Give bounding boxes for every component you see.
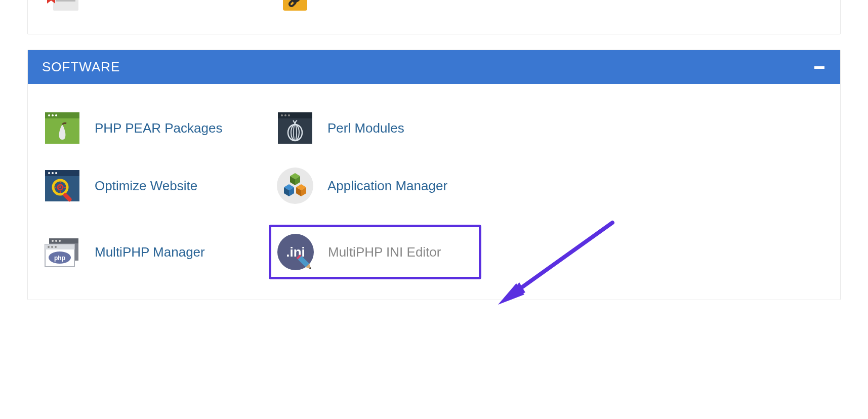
application-manager-item[interactable]: Application Manager — [275, 167, 508, 204]
svg-point-22 — [284, 114, 286, 116]
svg-point-54 — [55, 240, 57, 242]
pear-icon — [42, 109, 82, 147]
svg-point-30 — [52, 172, 54, 174]
php-pear-packages-item[interactable]: PHP PEAR Packages — [42, 109, 275, 147]
svg-point-31 — [55, 172, 57, 174]
svg-rect-28 — [45, 170, 79, 176]
svg-point-16 — [48, 114, 50, 116]
annotation-highlight-box: .ini MultiPHP INI Editor — [269, 225, 481, 279]
perl-modules-link[interactable]: Perl Modules — [327, 120, 404, 136]
hotlink-protection-link[interactable]: Hotlink Protection — [327, 0, 431, 3]
svg-point-35 — [59, 186, 61, 188]
hotlink-protection-item[interactable]: Hotlink Protection — [275, 0, 508, 14]
svg-point-29 — [48, 172, 50, 174]
svg-text:php: php — [54, 255, 65, 262]
application-manager-cubes-icon — [275, 167, 315, 204]
ssl-tls-link[interactable]: SSL/TLS — [95, 0, 147, 3]
svg-rect-7 — [56, 0, 75, 2]
svg-point-59 — [51, 246, 53, 248]
php-window-icon: php — [42, 233, 82, 271]
svg-rect-2 — [53, 0, 78, 11]
ini-editor-icon: .ini — [275, 233, 316, 271]
svg-point-53 — [52, 240, 54, 242]
svg-rect-14 — [814, 66, 824, 69]
svg-point-23 — [288, 114, 290, 116]
svg-point-21 — [281, 114, 283, 116]
application-manager-link[interactable]: Application Manager — [327, 178, 447, 194]
svg-point-58 — [48, 246, 50, 248]
svg-point-41 — [277, 167, 313, 204]
ssl-certificate-icon — [42, 0, 82, 14]
svg-point-60 — [55, 246, 57, 248]
multiphp-ini-editor-item[interactable]: .ini MultiPHP INI Editor — [275, 225, 508, 279]
svg-rect-15 — [45, 112, 79, 118]
software-panel-title: SOFTWARE — [42, 59, 120, 75]
svg-rect-20 — [278, 112, 312, 118]
svg-point-55 — [59, 240, 61, 242]
multiphp-ini-editor-link[interactable]: MultiPHP INI Editor — [328, 244, 441, 260]
optimize-website-item[interactable]: Optimize Website — [42, 167, 275, 204]
svg-point-18 — [55, 114, 57, 116]
optimize-website-link[interactable]: Optimize Website — [95, 178, 197, 194]
optimize-magnifier-icon — [42, 167, 82, 204]
multiphp-manager-item[interactable]: php MultiPHP Manager — [42, 233, 275, 271]
perl-onion-icon — [275, 109, 315, 147]
software-panel: SOFTWARE — [27, 50, 841, 300]
multiphp-manager-link[interactable]: MultiPHP Manager — [95, 244, 205, 260]
php-pear-packages-link[interactable]: PHP PEAR Packages — [95, 120, 222, 136]
svg-point-17 — [52, 114, 54, 116]
hotlink-padlock-icon — [275, 0, 315, 14]
perl-modules-item[interactable]: Perl Modules — [275, 109, 508, 147]
software-panel-header[interactable]: SOFTWARE — [28, 50, 840, 84]
ssl-tls-item[interactable]: SSL/TLS — [42, 0, 275, 14]
security-panel: SSL/TLS Hotli — [27, 0, 841, 34]
collapse-icon[interactable] — [813, 61, 826, 74]
